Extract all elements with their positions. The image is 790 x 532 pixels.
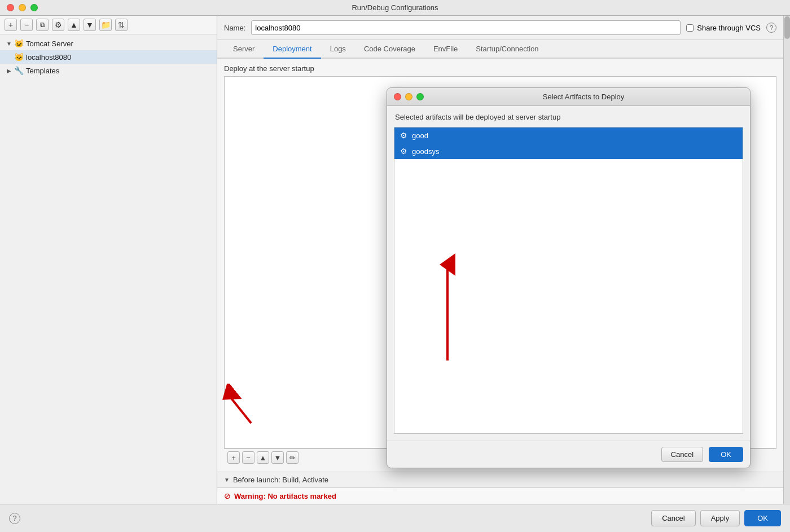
dialog-close-button[interactable] (394, 93, 401, 100)
tab-code-coverage[interactable]: Code Coverage (355, 40, 424, 59)
deploy-add-button[interactable]: + (227, 451, 240, 464)
window-controls (7, 4, 38, 11)
main-scrollbar[interactable] (783, 16, 790, 504)
bottom-bar: ? Cancel Apply OK (0, 504, 790, 532)
artifact-good-label: good (412, 131, 428, 140)
sidebar-item-localhost8080[interactable]: 🐱 localhost8080 (0, 50, 217, 64)
artifact-list: ⚙ good ⚙ goodsys (394, 127, 743, 434)
tab-startup[interactable]: Startup/Connection (467, 40, 547, 59)
localhost-icon: 🐱 (14, 52, 24, 62)
settings-button[interactable]: ⚙ (52, 19, 64, 31)
before-launch-toggle-icon: ▼ (224, 477, 230, 483)
deploy-up-button[interactable]: ▲ (257, 451, 269, 464)
tab-envfile[interactable]: EnvFile (424, 40, 467, 59)
minimize-button[interactable] (19, 4, 26, 11)
tabs-bar: Server Deployment Logs Code Coverage Env… (217, 40, 783, 59)
title-bar: Run/Debug Configurations (0, 0, 790, 16)
tab-server[interactable]: Server (224, 40, 264, 59)
name-input[interactable] (251, 20, 681, 35)
tomcat-icon: 🐱 (14, 38, 24, 49)
maximize-button[interactable] (30, 4, 38, 11)
dialog-body: Selected artifacts will be deployed at s… (387, 106, 750, 441)
move-down-button[interactable]: ▼ (84, 19, 96, 31)
bottom-buttons: Cancel Apply OK (651, 510, 781, 526)
add-config-button[interactable]: + (5, 19, 17, 31)
folder-button[interactable]: 📁 (99, 19, 112, 31)
dialog-cancel-button[interactable]: Cancel (661, 447, 703, 462)
tab-logs[interactable]: Logs (321, 40, 355, 59)
artifacts-dialog[interactable]: Select Artifacts to Deploy Selected arti… (387, 87, 750, 468)
templates-toggle-icon: ▶ (5, 66, 14, 75)
sort-button[interactable]: ⇅ (115, 19, 128, 31)
tomcat-server-label: Tomcat Server (26, 39, 73, 48)
copy-config-button[interactable]: ⧉ (36, 19, 49, 31)
sidebar-item-tomcat-server[interactable]: ▼ 🐱 Tomcat Server (0, 37, 217, 50)
name-bar: Name: Share through VCS ? (217, 16, 783, 40)
artifact-goodsys-label: goodsys (412, 147, 439, 156)
dialog-titlebar: Select Artifacts to Deploy (387, 88, 750, 106)
dialog-maximize-button[interactable] (416, 93, 424, 100)
close-button[interactable] (7, 4, 14, 11)
name-label: Name: (224, 24, 245, 32)
sidebar-tree: ▼ 🐱 Tomcat Server 🐱 localhost8080 ▶ 🔧 Te… (0, 34, 217, 504)
window-title: Run/Debug Configurations (352, 3, 438, 12)
move-up-button[interactable]: ▲ (68, 19, 80, 31)
deploy-down-button[interactable]: ▼ (271, 451, 284, 464)
warning-text: Warning: No artifacts marked (234, 492, 336, 500)
artifact-item-good[interactable]: ⚙ good (394, 127, 743, 143)
dialog-subtitle: Selected artifacts will be deployed at s… (394, 113, 743, 121)
share-label: Share through VCS (697, 24, 761, 32)
dialog-title: Select Artifacts to Deploy (424, 93, 743, 101)
warning-icon: ⊘ (224, 491, 231, 500)
help-icon[interactable]: ? (9, 513, 20, 524)
dialog-window-controls (394, 93, 424, 100)
ok-button[interactable]: OK (744, 510, 781, 526)
sidebar-item-templates[interactable]: ▶ 🔧 Templates (0, 64, 217, 77)
warning-bar: ⊘ Warning: No artifacts marked (217, 487, 783, 504)
before-launch-label: Before launch: Build, Activate (233, 476, 328, 484)
remove-config-button[interactable]: − (20, 19, 33, 31)
templates-label: Templates (26, 67, 59, 75)
share-checkbox[interactable] (686, 24, 694, 32)
toggle-icon: ▼ (5, 39, 14, 48)
sidebar-toolbar: + − ⧉ ⚙ ▲ ▼ 📁 ⇅ (0, 16, 217, 34)
scrollbar-thumb (784, 16, 790, 39)
artifact-goodsys-icon: ⚙ (400, 147, 407, 156)
help-button[interactable]: ? (766, 23, 776, 33)
deploy-edit-button[interactable]: ✏ (286, 451, 299, 464)
artifact-item-goodsys[interactable]: ⚙ goodsys (394, 143, 743, 159)
localhost-label: localhost8080 (26, 53, 71, 61)
cancel-button[interactable]: Cancel (651, 510, 695, 526)
artifact-good-icon: ⚙ (400, 131, 407, 140)
share-checkbox-group: Share through VCS (686, 24, 761, 32)
dialog-buttons: Cancel OK (387, 441, 750, 468)
templates-icon: 🔧 (14, 65, 24, 76)
dialog-minimize-button[interactable] (405, 93, 412, 100)
dialog-ok-button[interactable]: OK (709, 447, 743, 462)
deploy-remove-button[interactable]: − (242, 451, 254, 464)
sidebar: + − ⧉ ⚙ ▲ ▼ 📁 ⇅ ▼ 🐱 Tomcat Server 🐱 loca… (0, 16, 217, 504)
apply-button[interactable]: Apply (700, 510, 740, 526)
before-launch-section: ▼ Before launch: Build, Activate (217, 472, 783, 487)
tab-deployment[interactable]: Deployment (264, 40, 321, 59)
deploy-section-label: Deploy at the server startup (224, 64, 776, 73)
